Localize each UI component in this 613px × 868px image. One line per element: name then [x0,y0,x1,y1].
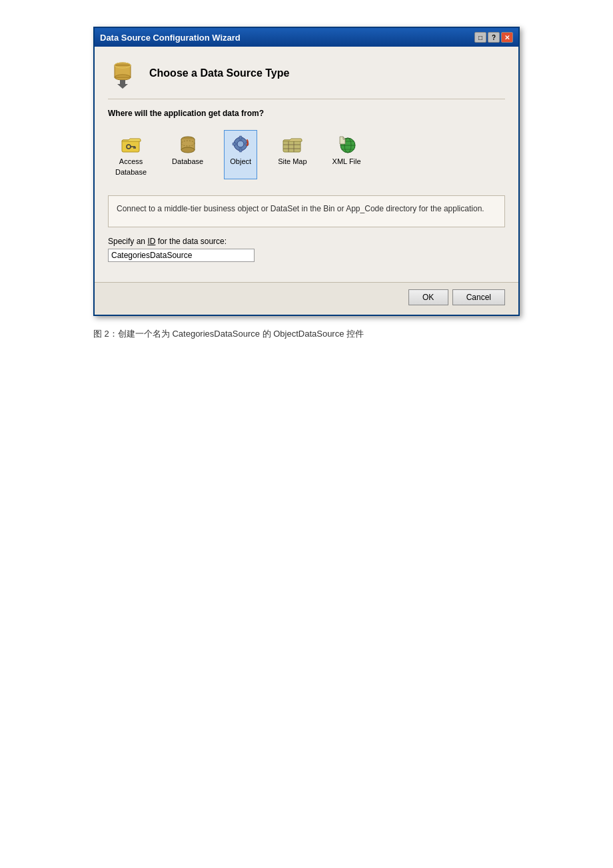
sitemap-label: Site Map [278,157,306,165]
cancel-button[interactable]: Cancel [452,289,505,305]
object-label: Object [230,157,251,165]
dialog-window: Data Source Configuration Wizard □ ? ✕ [93,27,520,316]
id-input[interactable] [108,249,255,262]
minimize-button[interactable]: □ [474,32,486,43]
access-label-line1: Access [119,157,143,165]
figure-caption: 图 2：创建一个名为 CategoriesDataSource 的 Object… [93,328,520,340]
help-button[interactable]: ? [488,32,500,43]
caption-text: 图 2：创建一个名为 CategoriesDataSource 的 Object… [93,329,364,339]
svg-point-13 [181,147,195,153]
dialog-header: Choose a Data Source Type [108,57,505,99]
datasource-xmlfile[interactable]: XML File [328,130,366,179]
svg-marker-5 [117,80,128,89]
svg-rect-19 [239,136,242,139]
object-icon [230,133,251,155]
dialog-title: Data Source Configuration Wizard [100,33,241,43]
description-text: Connect to a middle-tier business object… [117,204,484,213]
svg-rect-20 [239,149,242,152]
database-icon [177,133,199,155]
xmlfile-icon [336,133,357,155]
access-label-line2: Database [115,168,147,176]
xmlfile-label: XML File [332,157,361,165]
datasource-database[interactable]: Database [167,130,208,179]
svg-marker-34 [340,137,345,144]
title-bar: Data Source Configuration Wizard □ ? ✕ [95,28,518,47]
header-title: Choose a Data Source Type [149,67,289,79]
id-section: Specify an ID for the data source: [108,237,505,262]
window-controls: □ ? ✕ [474,32,513,43]
datasource-object[interactable]: Object [224,130,257,179]
description-box: Connect to a middle-tier business object… [108,195,505,227]
database-label: Database [172,157,203,165]
wizard-icon [108,57,140,89]
datasource-icons-row: Access Database Database [108,125,505,185]
sitemap-icon [282,133,303,155]
datasource-access[interactable]: Access Database [111,130,151,179]
svg-point-18 [237,141,244,147]
close-button[interactable]: ✕ [501,32,513,43]
section-question: Where will the application get data from… [108,109,505,118]
dialog-body: Choose a Data Source Type Where will the… [95,47,518,282]
svg-rect-21 [233,143,236,145]
id-label: Specify an ID for the data source: [108,237,505,246]
ok-button[interactable]: OK [408,289,448,305]
svg-rect-24 [283,140,301,152]
access-icon [121,133,142,155]
datasource-sitemap[interactable]: Site Map [273,130,311,179]
dialog-footer: OK Cancel [95,282,518,315]
